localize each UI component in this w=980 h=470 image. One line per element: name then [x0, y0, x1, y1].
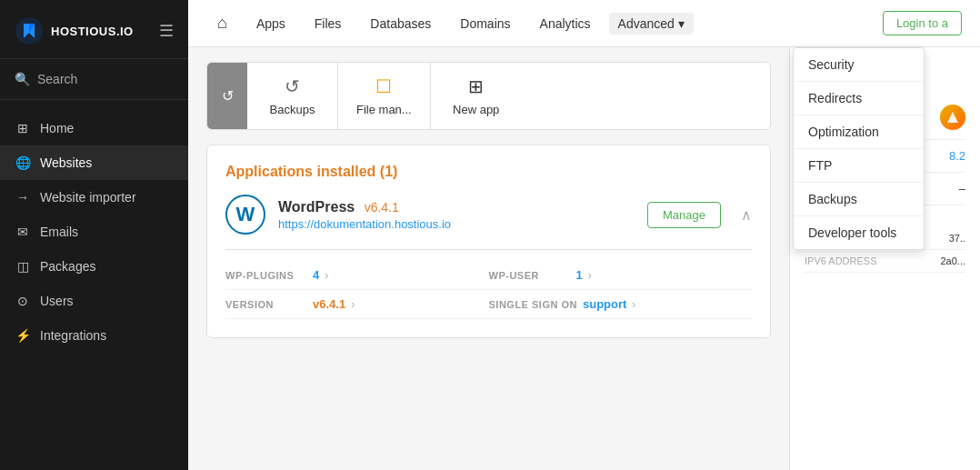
file-manager-button[interactable]: ☐ File man... — [338, 63, 431, 129]
emails-icon: ✉ — [15, 224, 31, 240]
wp-user-label: WP-USER — [489, 270, 571, 281]
new-app-icon: ⊞ — [468, 75, 484, 97]
refresh-button[interactable]: ↺ — [207, 63, 247, 129]
collapse-icon[interactable]: ∧ — [741, 206, 752, 224]
sidebar-item-home[interactable]: ⊞ Home — [0, 111, 188, 145]
version-label: VERSION — [225, 299, 307, 310]
sidebar-logo: HOSTIOUS.IO ☰ — [0, 0, 188, 59]
nav-items: ⊞ Home 🌐 Websites → Website importer ✉ E… — [0, 100, 188, 470]
sidebar-item-website-importer[interactable]: → Website importer — [0, 180, 188, 215]
wordpress-url[interactable]: https://dokumentation.hostious.io — [278, 217, 635, 231]
manage-button[interactable]: Manage — [647, 202, 721, 228]
sidebar-item-importer-label: Website importer — [40, 190, 136, 205]
nav-apps[interactable]: Apps — [245, 11, 296, 36]
hamburger-icon[interactable]: ☰ — [159, 21, 174, 41]
sso-label: SINGLE SIGN ON — [489, 299, 577, 310]
sso-arrow[interactable]: › — [632, 298, 635, 311]
new-app-button[interactable]: ⊞ New app — [431, 63, 522, 129]
apps-title: Applications installed (1) — [225, 164, 752, 180]
stats-col-plugins: WP-PLUGINS 4 › — [225, 268, 489, 282]
dropdown-item-backups[interactable]: Backups — [794, 183, 924, 216]
wordpress-name: WordPress — [278, 199, 355, 215]
main-panel: ↺ ↺ Backups ☐ File man... ⊞ New app Appl… — [188, 47, 789, 470]
dropdown-item-optimization[interactable]: Optimization — [794, 115, 924, 149]
wordpress-row: W WordPress v6.4.1 https://dokumentation… — [225, 195, 752, 235]
users-icon: ⊙ — [15, 293, 31, 309]
sidebar-item-websites-label: Websites — [40, 155, 92, 170]
website-importer-icon: → — [15, 189, 31, 205]
stats-col-wpuser: WP-USER 1 › — [489, 268, 753, 282]
litespeed-svg — [945, 110, 960, 125]
home-nav-icon[interactable]: ⌂ — [206, 8, 238, 38]
nav-databases[interactable]: Databases — [359, 11, 442, 36]
wordpress-logo: W — [225, 195, 265, 235]
sidebar-item-integrations[interactable]: ⚡ Integrations — [0, 318, 188, 353]
wp-user-value: 1 — [576, 268, 583, 282]
sidebar-item-home-label: Home — [40, 121, 74, 135]
version-value: v6.4.1 — [313, 297, 345, 311]
wordpress-version: v6.4.1 — [365, 200, 399, 215]
dropdown-item-security[interactable]: Security — [794, 48, 924, 82]
backups-label: Backups — [270, 103, 315, 116]
wp-plugins-value: 4 — [313, 268, 319, 282]
version-arrow[interactable]: › — [351, 298, 355, 311]
advanced-label: Advanced — [618, 16, 675, 31]
packages-icon: ◫ — [15, 258, 31, 275]
dropdown-item-developer-tools[interactable]: Developer tools — [794, 216, 924, 249]
sidebar-item-packages[interactable]: ◫ Packages — [0, 249, 188, 284]
sidebar-item-emails-label: Emails — [40, 225, 78, 239]
apps-section: Applications installed (1) W WordPress v… — [206, 145, 771, 338]
ipv6-label: IPV6 ADDRESS — [805, 255, 876, 266]
home-icon: ⊞ — [15, 120, 31, 136]
stats-row-0: WP-PLUGINS 4 › WP-USER 1 › — [225, 261, 752, 290]
advanced-dropdown: Security Redirects Optimization FTP Back… — [793, 47, 925, 250]
nav-analytics[interactable]: Analytics — [529, 11, 602, 36]
search-icon: 🔍 — [15, 72, 30, 86]
nav-domains[interactable]: Domains — [449, 11, 521, 36]
sidebar-item-packages-label: Packages — [40, 259, 95, 274]
search-section[interactable]: 🔍 Search — [0, 59, 188, 100]
collaborators-value: – — [959, 182, 965, 195]
svg-marker-1 — [947, 112, 958, 123]
php-value: 8.2 — [949, 149, 965, 163]
logo-area: HOSTIOUS.IO — [15, 16, 134, 45]
sidebar-item-websites[interactable]: 🌐 Websites — [0, 145, 188, 180]
ipv4-value: 37.. — [949, 233, 965, 244]
stats-col-sso: SINGLE SIGN ON support › — [489, 297, 753, 311]
new-app-label: New app — [453, 103, 499, 116]
wp-plugins-arrow[interactable]: › — [325, 269, 328, 282]
wp-user-arrow[interactable]: › — [588, 269, 592, 282]
integrations-icon: ⚡ — [15, 327, 31, 344]
sidebar-item-users[interactable]: ⊙ Users — [0, 284, 188, 318]
stats-col-version: VERSION v6.4.1 › — [225, 297, 489, 311]
nav-advanced[interactable]: Advanced ▾ — [609, 13, 694, 35]
wordpress-info: WordPress v6.4.1 https://dokumentation.h… — [278, 199, 635, 231]
file-manager-icon: ☐ — [375, 75, 392, 97]
backups-action-icon: ↺ — [285, 75, 300, 97]
sidebar-item-integrations-label: Integrations — [40, 328, 106, 343]
litespeed-icon — [940, 105, 965, 130]
logo-text: HOSTIOUS.IO — [51, 25, 134, 38]
dropdown-item-redirects[interactable]: Redirects — [794, 82, 924, 115]
sidebar-item-users-label: Users — [40, 294, 74, 308]
top-nav: ⌂ Apps Files Databases Domains Analytics… — [188, 0, 980, 47]
file-manager-label: File man... — [356, 103, 412, 116]
search-row[interactable]: 🔍 Search — [15, 72, 174, 86]
stats-table: WP-PLUGINS 4 › WP-USER 1 › VERSION — [225, 249, 752, 319]
login-button[interactable]: Login to a — [883, 11, 962, 35]
backups-button[interactable]: ↺ Backups — [247, 63, 338, 129]
main-content: ⌂ Apps Files Databases Domains Analytics… — [188, 0, 980, 470]
sso-value: support — [583, 297, 626, 311]
ipv6-value: 2a0... — [940, 255, 965, 266]
stats-row-1: VERSION v6.4.1 › SINGLE SIGN ON support … — [225, 290, 752, 319]
chevron-down-icon: ▾ — [678, 16, 685, 31]
wp-plugins-label: WP-PLUGINS — [225, 270, 307, 281]
search-label: Search — [37, 72, 77, 86]
sidebar-item-emails[interactable]: ✉ Emails — [0, 215, 188, 249]
dropdown-item-ftp[interactable]: FTP — [794, 149, 924, 183]
nav-files[interactable]: Files — [304, 11, 353, 36]
quick-actions-bar: ↺ ↺ Backups ☐ File man... ⊞ New app — [206, 62, 771, 130]
websites-icon: 🌐 — [15, 155, 31, 171]
refresh-icon: ↺ — [222, 87, 234, 105]
hostious-logo-icon — [15, 16, 44, 45]
